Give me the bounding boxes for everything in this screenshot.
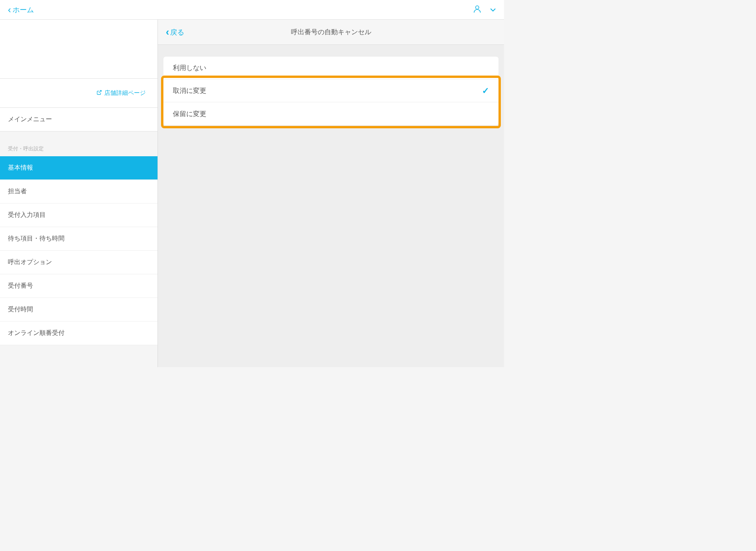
sidebar-store-info bbox=[0, 20, 158, 79]
sidebar: 店舗詳細ページ メインメニュー 受付・呼出設定 基本情報 担当者 受付入力項目 … bbox=[0, 20, 158, 367]
sidebar-item-label: 基本情報 bbox=[8, 164, 33, 172]
sidebar-item-label: 呼出オプション bbox=[8, 258, 52, 266]
user-icon[interactable] bbox=[472, 4, 482, 15]
store-detail-link-label: 店舗詳細ページ bbox=[104, 89, 146, 97]
sidebar-item-label: 受付時間 bbox=[8, 305, 33, 314]
sidebar-item-reception-input[interactable]: 受付入力項目 bbox=[0, 203, 158, 227]
sidebar-item-wait-items[interactable]: 待ち項目・待ち時間 bbox=[0, 227, 158, 251]
back-label: 戻る bbox=[170, 28, 184, 37]
svg-line-1 bbox=[99, 91, 101, 93]
sidebar-item-basic-info[interactable]: 基本情報 bbox=[0, 156, 158, 180]
sidebar-item-staff[interactable]: 担当者 bbox=[0, 180, 158, 203]
sidebar-section-header: 受付・呼出設定 bbox=[0, 131, 158, 156]
option-card: 利用しない 取消に変更 ✓ 保留に変更 bbox=[163, 57, 498, 125]
check-icon: ✓ bbox=[482, 86, 489, 96]
sidebar-main-menu[interactable]: メインメニュー bbox=[0, 108, 158, 131]
chevron-down-icon[interactable] bbox=[490, 7, 496, 13]
store-detail-link[interactable]: 店舗詳細ページ bbox=[0, 79, 158, 108]
sidebar-item-label: 待ち項目・待ち時間 bbox=[8, 235, 65, 243]
sidebar-item-label: 受付番号 bbox=[8, 282, 33, 290]
sidebar-item-label: 担当者 bbox=[8, 187, 27, 196]
sidebar-item-online-reception[interactable]: オンライン順番受付 bbox=[0, 322, 158, 345]
content-area: 利用しない 取消に変更 ✓ 保留に変更 bbox=[158, 45, 504, 367]
top-header-right bbox=[472, 4, 496, 15]
option-label: 保留に変更 bbox=[173, 109, 206, 118]
chevron-left-icon: ‹ bbox=[166, 26, 169, 38]
main-content: ‹ 戻る 呼出番号の自動キャンセル 利用しない 取消に変更 ✓ 保 bbox=[158, 20, 504, 367]
option-do-not-use[interactable]: 利用しない bbox=[163, 57, 498, 80]
option-label: 取消に変更 bbox=[173, 86, 206, 95]
sidebar-item-label: オンライン順番受付 bbox=[8, 329, 65, 337]
option-change-to-hold[interactable]: 保留に変更 bbox=[163, 102, 498, 125]
sub-header: ‹ 戻る 呼出番号の自動キャンセル bbox=[158, 20, 504, 45]
external-link-icon bbox=[96, 90, 102, 96]
back-button[interactable]: ‹ 戻る bbox=[166, 26, 184, 38]
sidebar-item-reception-time[interactable]: 受付時間 bbox=[0, 298, 158, 322]
option-label: 利用しない bbox=[173, 63, 206, 72]
home-nav-button[interactable]: ‹ ホーム bbox=[8, 4, 34, 15]
main-menu-label: メインメニュー bbox=[8, 115, 52, 124]
sidebar-item-reception-number[interactable]: 受付番号 bbox=[0, 274, 158, 298]
top-header: ‹ ホーム bbox=[0, 0, 504, 20]
home-label: ホーム bbox=[13, 5, 34, 15]
chevron-left-icon: ‹ bbox=[8, 4, 11, 15]
sidebar-item-call-option[interactable]: 呼出オプション bbox=[0, 251, 158, 274]
sidebar-item-label: 受付入力項目 bbox=[8, 211, 46, 219]
option-change-to-cancel[interactable]: 取消に変更 ✓ bbox=[163, 80, 498, 102]
page-title: 呼出番号の自動キャンセル bbox=[291, 28, 371, 37]
svg-point-0 bbox=[476, 6, 479, 9]
